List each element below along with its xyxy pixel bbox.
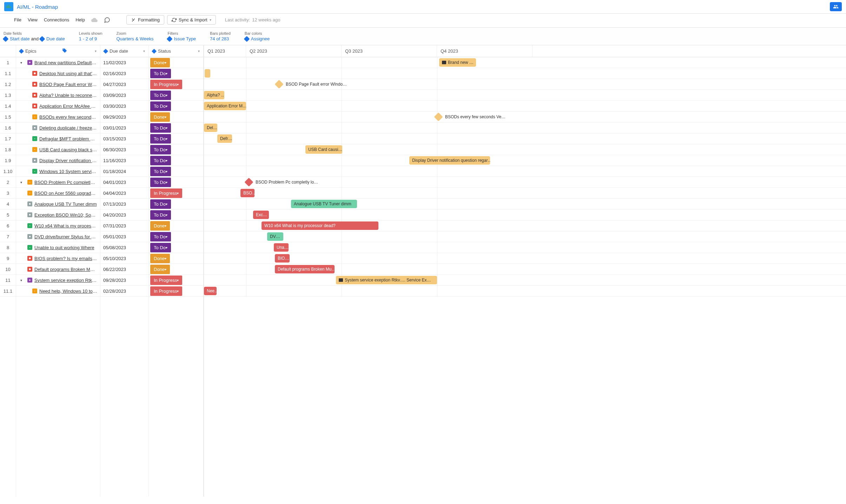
- menu-file[interactable]: File: [14, 17, 21, 22]
- epic-link[interactable]: Windows 10 System service e…: [39, 169, 97, 174]
- tag-icon[interactable]: [62, 48, 67, 54]
- gantt-bar[interactable]: Una…: [274, 243, 289, 252]
- epic-link[interactable]: Alpha? Unable to reconnect t…: [39, 93, 97, 98]
- due-date-cell[interactable]: 05/01/2023: [100, 231, 148, 242]
- row-number[interactable]: 1.4: [0, 101, 16, 112]
- chevron-down-icon[interactable]: ▾: [95, 49, 97, 53]
- status-dropdown[interactable]: In Progress▾: [150, 276, 182, 285]
- gantt-bar[interactable]: Alpha? …: [204, 91, 224, 99]
- epic-link[interactable]: Analogue USB TV Tuner dimm: [34, 201, 97, 207]
- row-number[interactable]: 6: [0, 220, 16, 231]
- status-dropdown[interactable]: To Do▾: [150, 167, 171, 176]
- gantt-bar[interactable]: BIO…: [275, 254, 290, 263]
- due-date-cell[interactable]: 04/27/2023: [100, 79, 148, 90]
- status-dropdown[interactable]: To Do▾: [150, 145, 171, 154]
- gantt-bar[interactable]: Del…: [204, 124, 217, 132]
- gantt-bar[interactable]: Analogue USB TV Tuner dimm: [291, 200, 357, 208]
- share-button[interactable]: [830, 2, 842, 11]
- config-levels[interactable]: Levels shown 1 - 2 of 9: [79, 31, 103, 41]
- status-dropdown[interactable]: Done▾: [150, 254, 170, 263]
- epics-column-header[interactable]: Epics ▾: [16, 45, 100, 57]
- epic-link[interactable]: Application Error McAfee VS…: [39, 104, 97, 109]
- row-number[interactable]: 1.7: [0, 133, 16, 144]
- expand-toggle[interactable]: ▾: [19, 180, 23, 184]
- gantt-bar[interactable]: Brand new …: [439, 58, 476, 67]
- row-number[interactable]: 1.3: [0, 90, 16, 101]
- chevron-down-icon[interactable]: ▾: [143, 49, 145, 53]
- gantt-milestone[interactable]: [244, 178, 253, 186]
- epic-link[interactable]: Exception BSOD Win10; Someti…: [34, 212, 97, 218]
- epic-link[interactable]: W10 x64 What is my processor …: [34, 223, 97, 228]
- row-number[interactable]: 1.10: [0, 166, 16, 177]
- comment-icon[interactable]: [104, 17, 110, 23]
- due-date-cell[interactable]: 05/10/2023: [100, 253, 148, 264]
- due-date-cell[interactable]: 07/13/2023: [100, 199, 148, 210]
- status-dropdown[interactable]: In Progress▾: [150, 286, 182, 296]
- status-dropdown[interactable]: To Do▾: [150, 178, 171, 187]
- epic-link[interactable]: BSOD on Acer 5560 upgrades w…: [34, 191, 97, 196]
- status-dropdown[interactable]: To Do▾: [150, 210, 171, 220]
- row-number[interactable]: 1.8: [0, 144, 16, 155]
- gantt-bar[interactable]: W10 x64 What is my processor dead?: [262, 221, 378, 230]
- status-dropdown[interactable]: To Do▾: [150, 91, 171, 100]
- status-dropdown[interactable]: To Do▾: [150, 134, 171, 144]
- epic-link[interactable]: Unable to quit working Where: [34, 245, 94, 250]
- epic-link[interactable]: Brand new partitions Default pr…: [34, 60, 97, 65]
- gantt-bar[interactable]: System service exeption Rtkv…. Service E…: [336, 276, 437, 284]
- due-date-cell[interactable]: 03/01/2023: [100, 122, 148, 133]
- row-number[interactable]: 11.1: [0, 286, 16, 297]
- row-number[interactable]: 1.9: [0, 155, 16, 166]
- due-date-cell[interactable]: 11/02/2023: [100, 57, 148, 68]
- status-dropdown[interactable]: To Do▾: [150, 156, 171, 165]
- due-date-cell[interactable]: 09/28/2023: [100, 275, 148, 286]
- row-number[interactable]: 10: [0, 264, 16, 275]
- expand-toggle[interactable]: ▾: [19, 278, 23, 282]
- row-number[interactable]: 2: [0, 177, 16, 188]
- due-date-cell[interactable]: 03/15/2023: [100, 133, 148, 144]
- row-number[interactable]: 11: [0, 275, 16, 286]
- status-dropdown[interactable]: To Do▾: [150, 199, 171, 209]
- row-number[interactable]: 9: [0, 253, 16, 264]
- row-number[interactable]: 3: [0, 188, 16, 199]
- gantt-milestone[interactable]: [434, 112, 443, 121]
- menu-view[interactable]: View: [28, 17, 38, 22]
- epic-link[interactable]: BSOD Page Fault error WInd…: [39, 82, 97, 87]
- sync-import-button[interactable]: Sync & Import ▾: [167, 15, 216, 25]
- row-number[interactable]: 1.1: [0, 68, 16, 79]
- epic-link[interactable]: Display Driver notification qu…: [39, 158, 97, 163]
- config-zoom[interactable]: Zoom Quarters & Weeks: [117, 31, 154, 41]
- config-date-fields[interactable]: Date fields Start date and Due date: [4, 31, 65, 41]
- row-number[interactable]: 5: [0, 210, 16, 220]
- epic-link[interactable]: DVD drive/burner Stylus for opti…: [34, 234, 97, 239]
- due-date-cell[interactable]: 01/18/2024: [100, 166, 148, 177]
- config-bars[interactable]: Bars plotted 74 of 283: [210, 31, 231, 41]
- status-dropdown[interactable]: Done▾: [150, 58, 170, 67]
- status-dropdown[interactable]: In Progress▾: [150, 188, 182, 198]
- gantt-bar[interactable]: DV…: [267, 232, 283, 241]
- gantt-bar[interactable]: Exc…: [253, 211, 269, 219]
- status-dropdown[interactable]: Done▾: [150, 221, 170, 231]
- due-date-cell[interactable]: 04/01/2023: [100, 177, 148, 188]
- epic-link[interactable]: Deleting duplicate / freeze, ra…: [39, 125, 97, 131]
- due-date-cell[interactable]: 06/22/2023: [100, 264, 148, 275]
- row-number[interactable]: 1.2: [0, 79, 16, 90]
- gantt-bar[interactable]: Application Error M…: [204, 102, 246, 110]
- row-number[interactable]: 8: [0, 242, 16, 253]
- epic-link[interactable]: Need help, Windows 10 to clo…: [39, 289, 97, 294]
- epic-link[interactable]: Desktop Not using all that's i…: [39, 71, 97, 76]
- gantt-bar[interactable]: [205, 69, 210, 78]
- config-colors[interactable]: Bar colors Assignee: [245, 31, 270, 41]
- status-dropdown[interactable]: To Do▾: [150, 243, 171, 252]
- epic-link[interactable]: USB Card causing black screen: [39, 147, 97, 152]
- epic-link[interactable]: Defraglar $MFT problem wit…: [39, 136, 97, 141]
- row-number[interactable]: 1: [0, 57, 16, 68]
- gantt-bar[interactable]: BSO…: [240, 189, 255, 197]
- gantt-bar[interactable]: Default programs Broken Mu…: [275, 265, 335, 273]
- epic-link[interactable]: System service exeption Rtkv…. S…: [34, 278, 97, 283]
- status-dropdown[interactable]: To Do▾: [150, 69, 171, 78]
- menu-connections[interactable]: Connections: [44, 17, 69, 22]
- status-dropdown[interactable]: To Do▾: [150, 101, 171, 111]
- row-number[interactable]: 1.5: [0, 112, 16, 122]
- gantt-bar[interactable]: Nee…: [204, 287, 217, 295]
- due-date-column-header[interactable]: Due date ▾: [100, 45, 148, 57]
